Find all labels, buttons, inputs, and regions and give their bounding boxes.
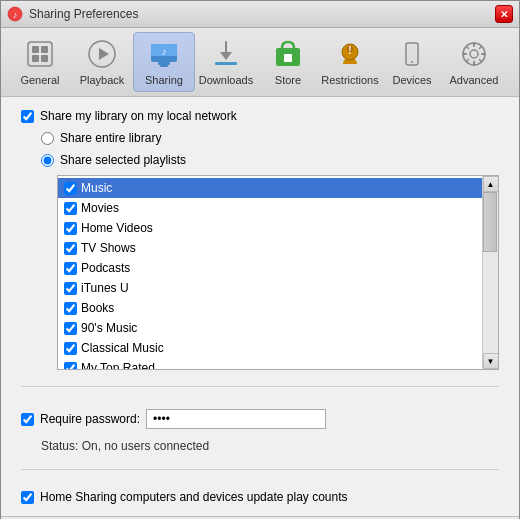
toolbar-sharing-label: Sharing xyxy=(145,74,183,86)
playlist-item-label: Music xyxy=(81,181,112,195)
toolbar-store-label: Store xyxy=(275,74,301,86)
divider-2 xyxy=(21,469,499,470)
toolbar-advanced-label: Advanced xyxy=(450,74,499,86)
toolbar-store[interactable]: Store xyxy=(257,32,319,92)
svg-rect-12 xyxy=(158,62,170,65)
playlist-item-checkbox[interactable] xyxy=(64,302,77,315)
status-row: Status: On, no users connected xyxy=(21,439,499,453)
downloads-icon xyxy=(210,38,242,70)
home-sharing-label: Home Sharing computers and devices updat… xyxy=(40,490,348,504)
svg-point-25 xyxy=(470,50,478,58)
svg-point-23 xyxy=(411,61,413,63)
playlist-item-label: 90's Music xyxy=(81,321,137,335)
playlist-item[interactable]: 90's Music xyxy=(58,318,482,338)
playlist-list: MusicMoviesHome VideosTV ShowsPodcastsiT… xyxy=(58,176,482,369)
playlist-item[interactable]: Podcasts xyxy=(58,258,482,278)
divider-1 xyxy=(21,386,499,387)
share-network-row: Share my library on my local network xyxy=(21,109,499,123)
app-icon: ♪ xyxy=(7,6,23,22)
toolbar-restrictions-label: Restrictions xyxy=(321,74,378,86)
toolbar-restrictions[interactable]: ! Restrictions xyxy=(319,32,381,92)
playlist-item-label: Podcasts xyxy=(81,261,130,275)
svg-rect-14 xyxy=(215,62,237,65)
home-sharing-row: Home Sharing computers and devices updat… xyxy=(21,490,499,504)
toolbar-devices-label: Devices xyxy=(392,74,431,86)
svg-line-30 xyxy=(467,47,469,49)
toolbar-playback[interactable]: Playback xyxy=(71,32,133,92)
advanced-icon xyxy=(458,38,490,70)
scrollbar-down[interactable]: ▼ xyxy=(483,353,499,369)
toolbar-playback-label: Playback xyxy=(80,74,125,86)
playlist-item-checkbox[interactable] xyxy=(64,322,77,335)
scrollbar[interactable]: ▲ ▼ xyxy=(482,176,498,369)
playlist-item-checkbox[interactable] xyxy=(64,262,77,275)
require-password-label: Require password: xyxy=(40,412,140,426)
playlist-item-checkbox[interactable] xyxy=(64,282,77,295)
devices-icon xyxy=(396,38,428,70)
share-network-label: Share my library on my local network xyxy=(40,109,237,123)
playlist-item[interactable]: My Top Rated xyxy=(58,358,482,369)
toolbar-general[interactable]: General xyxy=(9,32,71,92)
playlist-item-label: Home Videos xyxy=(81,221,153,235)
playlist-item[interactable]: iTunes U xyxy=(58,278,482,298)
share-selected-label: Share selected playlists xyxy=(60,153,186,167)
toolbar-advanced[interactable]: Advanced xyxy=(443,32,505,92)
svg-rect-5 xyxy=(32,55,39,62)
sharing-icon: ♪ xyxy=(148,38,180,70)
playlist-item[interactable]: Home Videos xyxy=(58,218,482,238)
svg-line-31 xyxy=(480,60,482,62)
toolbar-sharing[interactable]: ♪ Sharing xyxy=(133,32,195,92)
svg-rect-4 xyxy=(41,46,48,53)
close-button[interactable]: ✕ xyxy=(495,5,513,23)
playlist-item[interactable]: Movies xyxy=(58,198,482,218)
toolbar: General Playback ♪ xyxy=(1,28,519,97)
svg-marker-8 xyxy=(99,48,109,60)
scrollbar-up[interactable]: ▲ xyxy=(483,176,499,192)
playlist-item-checkbox[interactable] xyxy=(64,222,77,235)
playlist-item-checkbox[interactable] xyxy=(64,182,77,195)
scrollbar-track xyxy=(483,192,498,353)
playlist-item-label: My Top Rated xyxy=(81,361,155,369)
playlist-item[interactable]: Classical Music xyxy=(58,338,482,358)
svg-rect-22 xyxy=(408,45,416,59)
general-icon xyxy=(24,38,56,70)
svg-line-32 xyxy=(480,47,482,49)
playlist-item[interactable]: Music xyxy=(58,178,482,198)
playlist-section: MusicMoviesHome VideosTV ShowsPodcastsiT… xyxy=(21,175,499,370)
playback-icon xyxy=(86,38,118,70)
store-icon xyxy=(272,38,304,70)
svg-rect-2 xyxy=(28,42,52,66)
svg-rect-6 xyxy=(41,55,48,62)
playlist-item[interactable]: Books xyxy=(58,298,482,318)
share-entire-radio[interactable] xyxy=(41,132,54,145)
playlist-item-label: iTunes U xyxy=(81,281,129,295)
svg-line-33 xyxy=(467,60,469,62)
playlist-item[interactable]: TV Shows xyxy=(58,238,482,258)
home-sharing-checkbox[interactable] xyxy=(21,491,34,504)
svg-text:!: ! xyxy=(348,45,351,56)
toolbar-general-label: General xyxy=(20,74,59,86)
share-network-checkbox[interactable] xyxy=(21,110,34,123)
toolbar-downloads[interactable]: Downloads xyxy=(195,32,257,92)
password-input[interactable]: •••• xyxy=(146,409,326,429)
scrollbar-thumb[interactable] xyxy=(483,192,497,252)
share-selected-radio[interactable] xyxy=(41,154,54,167)
title-bar: ♪ Sharing Preferences ✕ xyxy=(1,1,519,28)
playlist-item-checkbox[interactable] xyxy=(64,242,77,255)
playlist-box: MusicMoviesHome VideosTV ShowsPodcastsiT… xyxy=(57,175,499,370)
playlist-item-checkbox[interactable] xyxy=(64,362,77,370)
sharing-preferences-window: ♪ Sharing Preferences ✕ General xyxy=(0,0,520,519)
playlist-item-label: TV Shows xyxy=(81,241,136,255)
restrictions-icon: ! xyxy=(334,38,366,70)
playlist-item-label: Movies xyxy=(81,201,119,215)
playlist-item-label: Books xyxy=(81,301,114,315)
require-password-checkbox[interactable] xyxy=(21,413,34,426)
status-label: Status: On, no users connected xyxy=(41,439,209,453)
svg-text:♪: ♪ xyxy=(162,46,167,57)
playlist-item-checkbox[interactable] xyxy=(64,202,77,215)
svg-rect-3 xyxy=(32,46,39,53)
svg-rect-13 xyxy=(160,65,168,67)
toolbar-devices[interactable]: Devices xyxy=(381,32,443,92)
password-row: Require password: •••• xyxy=(21,409,499,429)
playlist-item-checkbox[interactable] xyxy=(64,342,77,355)
